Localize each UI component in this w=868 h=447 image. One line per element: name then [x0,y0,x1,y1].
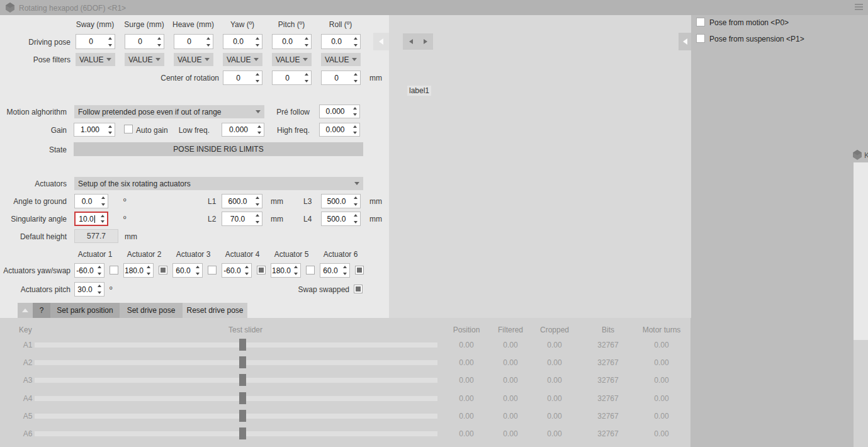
driving-pose-heave-value[interactable]: 0 [174,35,204,48]
pose-from-suspension-checkbox[interactable] [696,34,705,43]
center-of-rotation-y-value[interactable]: 0 [273,71,302,84]
spinner-up-button[interactable] [351,212,360,219]
spinner-down-button[interactable] [106,130,115,136]
spinner-down-button[interactable] [351,219,360,226]
center-of-rotation-z-value[interactable]: 0 [322,71,351,84]
help-button[interactable]: ? [33,303,50,318]
driving-pose-roll-spinner[interactable]: 0.0 [321,34,361,49]
driving-pose-yaw-value[interactable]: 0.0 [223,35,253,48]
gain-value[interactable]: 1.000 [74,123,106,136]
high-freq-value[interactable]: 0.000 [320,123,351,136]
center-of-rotation-y-spinner[interactable]: 0 [272,71,312,85]
test-slider-track[interactable] [35,378,437,383]
spinner-up-button[interactable] [253,195,262,201]
test-slider-track[interactable] [35,360,437,365]
spinner-up-button[interactable] [351,71,360,78]
l3-spinner[interactable]: 500.0 [321,194,361,208]
actuator-6-yaw-spinner[interactable]: 60.0 [320,263,350,278]
pose-filter-sway-dropdown[interactable]: VALUE [76,53,115,66]
actuator-2-yaw-spinner[interactable]: 180.0 [123,263,154,278]
actuator-3-yaw-value[interactable]: 60.0 [173,264,193,277]
test-slider-thumb[interactable] [239,410,246,422]
actuator-4-swap-checkbox[interactable] [257,266,266,274]
test-slider-thumb[interactable] [239,374,246,386]
spinner-down-button[interactable] [351,130,359,136]
spinner-down-button[interactable] [351,111,359,118]
auto-gain-checkbox[interactable] [124,125,133,133]
pose-filter-yaw-dropdown[interactable]: VALUE [223,53,262,66]
spinner-up-button[interactable] [106,35,115,42]
actuator-3-yaw-spinner[interactable]: 60.0 [172,263,203,278]
driving-pose-surge-spinner[interactable]: 0 [125,34,164,49]
driving-pose-yaw-spinner[interactable]: 0.0 [223,34,262,49]
spinner-down-button[interactable] [253,201,262,208]
spinner-up-button[interactable] [193,264,202,271]
l3-value[interactable]: 500.0 [322,195,351,208]
spinner-up-button[interactable] [302,71,311,78]
spinner-down-button[interactable] [253,42,262,48]
menu-icon[interactable] [855,4,863,10]
actuator-1-yaw-value[interactable]: -60.0 [75,264,95,277]
test-slider-thumb[interactable] [239,427,246,439]
motion-algorithm-dropdown[interactable]: Follow pretended pose even if out of ran… [74,105,264,118]
spinner-up-button[interactable] [155,35,164,42]
actuators-pitch-spinner[interactable]: 30.0 [74,282,104,297]
spinner-down-button[interactable] [95,290,104,297]
spinner-down-button[interactable] [302,78,311,85]
spinner-up-button[interactable] [351,105,359,111]
spinner-up-button[interactable] [98,213,107,219]
spinner-up-button[interactable] [144,264,153,271]
nav-previous-button[interactable] [403,34,418,49]
spinner-down-button[interactable] [204,42,213,48]
actuator-4-yaw-spinner[interactable]: -60.0 [222,263,252,278]
angle-to-ground-value[interactable]: 0.0 [75,195,99,208]
spinner-up-button[interactable] [253,35,262,42]
pose-filter-surge-dropdown[interactable]: VALUE [125,53,164,66]
spinner-up-button[interactable] [95,264,104,271]
swap-swapped-checkbox[interactable] [354,285,363,293]
actuator-5-yaw-spinner[interactable]: 180.0 [271,263,301,278]
spinner-down-button[interactable] [291,271,300,278]
peek-window[interactable]: K [851,147,868,447]
l1-value[interactable]: 600.0 [222,195,253,208]
spinner-down-button[interactable] [106,42,115,48]
driving-pose-heave-spinner[interactable]: 0 [174,34,213,49]
actuator-6-yaw-value[interactable]: 60.0 [320,264,341,277]
spinner-up-button[interactable] [351,195,360,201]
pose-filter-pitch-dropdown[interactable]: VALUE [272,53,312,66]
actuator-1-swap-checkbox[interactable] [110,266,118,274]
spinner-down-button[interactable] [351,201,360,208]
test-slider-thumb[interactable] [239,392,246,404]
actuators-pitch-value[interactable]: 30.0 [75,283,95,296]
spinner-up-button[interactable] [242,264,251,271]
spinner-up-button[interactable] [204,35,213,42]
reset-drive-pose-button[interactable]: Reset drive pose [183,303,247,318]
actuator-6-swap-checkbox[interactable] [355,266,364,274]
pose-from-motion-checkbox[interactable] [696,18,705,26]
spinner-down-button[interactable] [242,271,251,278]
spinner-down-button[interactable] [253,78,262,85]
driving-pose-pitch-spinner[interactable]: 0.0 [272,34,312,49]
spinner-up-button[interactable] [341,264,349,271]
test-slider-track[interactable] [35,396,437,401]
collapse-panel-button[interactable] [18,303,33,318]
spinner-down-button[interactable] [351,42,360,48]
spinner-up-button[interactable] [351,123,359,130]
spinner-down-button[interactable] [341,271,349,278]
center-of-rotation-x-value[interactable]: 0 [223,71,253,84]
gain-spinner[interactable]: 1.000 [74,123,115,137]
singularity-angle-spinner[interactable]: 10.0 [74,212,108,226]
actuator-2-swap-checkbox[interactable] [159,266,167,274]
singularity-angle-value[interactable]: 10.0 [76,213,98,225]
spinner-up-button[interactable] [351,35,360,42]
test-slider-track[interactable] [35,342,437,348]
spinner-up-button[interactable] [302,35,311,42]
actuator-4-yaw-value[interactable]: -60.0 [222,264,242,277]
set-park-position-button[interactable]: Set park position [50,303,120,318]
actuator-1-yaw-spinner[interactable]: -60.0 [74,263,104,278]
spinner-down-button[interactable] [155,42,164,48]
l4-spinner[interactable]: 500.0 [321,212,361,226]
spinner-down-button[interactable] [193,271,202,278]
spinner-up-button[interactable] [253,212,262,219]
spinner-up-button[interactable] [106,123,115,130]
